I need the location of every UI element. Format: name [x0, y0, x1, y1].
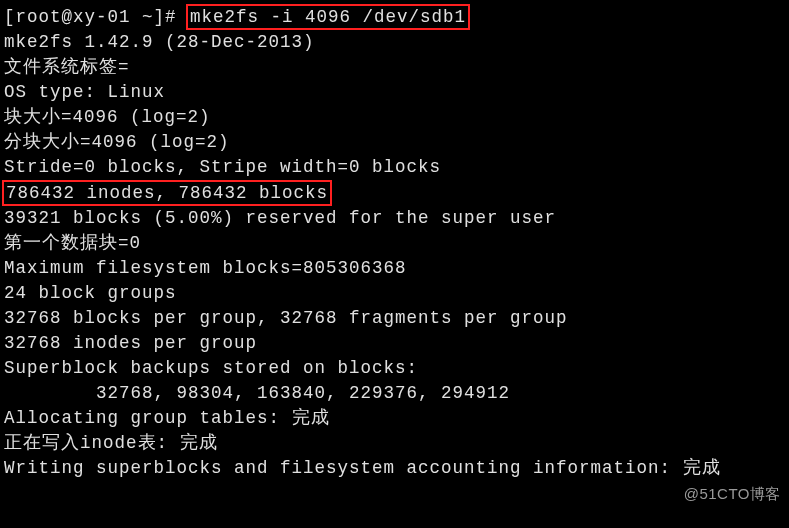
output-version: mke2fs 1.42.9 (28-Dec-2013) — [4, 30, 785, 55]
shell-prompt: [root@xy-01 ~]# — [4, 7, 188, 27]
output-groups: 24 block groups — [4, 281, 785, 306]
output-writesb: Writing superblocks and filesystem accou… — [4, 456, 785, 481]
prompt-line[interactable]: [root@xy-01 ~]# mke2fs -i 4096 /dev/sdb1 — [4, 4, 785, 30]
output-writeinode: 正在写入inode表: 完成 — [4, 431, 785, 456]
output-stride: Stride=0 blocks, Stripe width=0 blocks — [4, 155, 785, 180]
output-pergroup: 32768 blocks per group, 32768 fragments … — [4, 306, 785, 331]
output-inodespg: 32768 inodes per group — [4, 331, 785, 356]
output-fragsize: 分块大小=4096 (log=2) — [4, 130, 785, 155]
output-reserved: 39321 blocks (5.00%) reserved for the su… — [4, 206, 785, 231]
output-sbbackups-hdr: Superblock backups stored on blocks: — [4, 356, 785, 381]
watermark-text: @51CTO博客 — [684, 481, 781, 506]
output-alloc: Allocating group tables: 完成 — [4, 406, 785, 431]
output-sbbackups-vals: 32768, 98304, 163840, 229376, 294912 — [4, 381, 785, 406]
command-input[interactable]: mke2fs -i 4096 /dev/sdb1 — [186, 4, 470, 30]
highlight-inodes-blocks: 786432 inodes, 786432 blocks — [2, 180, 332, 206]
output-firstdata: 第一个数据块=0 — [4, 231, 785, 256]
output-maxfs: Maximum filesystem blocks=805306368 — [4, 256, 785, 281]
output-inodes-blocks: 786432 inodes, 786432 blocks — [4, 180, 785, 206]
output-fslabel: 文件系统标签= — [4, 55, 785, 80]
output-blocksize: 块大小=4096 (log=2) — [4, 105, 785, 130]
output-ostype: OS type: Linux — [4, 80, 785, 105]
